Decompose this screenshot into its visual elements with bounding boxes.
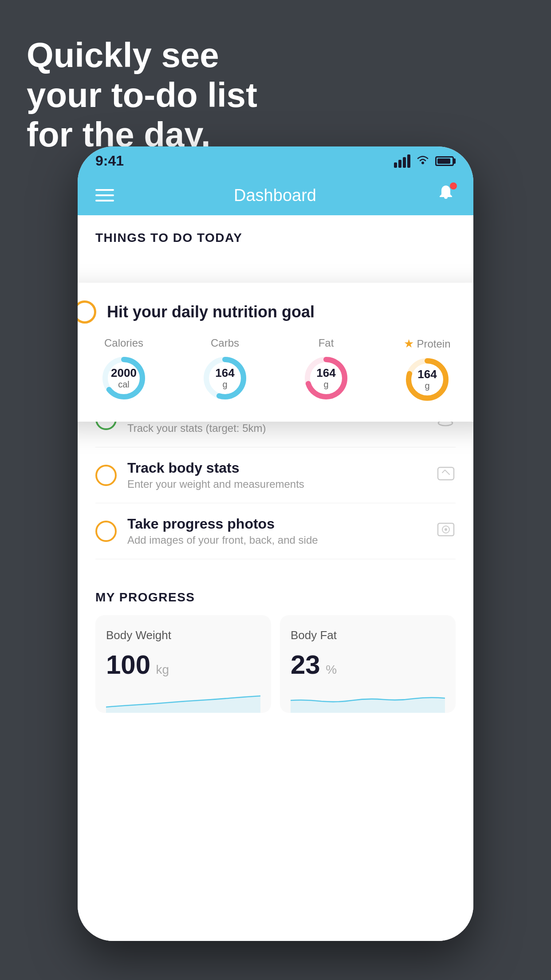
body-weight-unit: kg: [156, 663, 169, 676]
body-weight-card-title: Body Weight: [106, 628, 260, 642]
battery-icon: [435, 156, 456, 166]
headline: Quickly see your to-do list for the day.: [27, 36, 257, 155]
status-time: 9:41: [95, 153, 124, 169]
card-header: Hit your daily nutrition goal: [78, 300, 473, 324]
carbs-value: 164: [215, 367, 234, 379]
progress-photos-title: Take progress photos: [127, 516, 425, 532]
progress-title: MY PROGRESS: [95, 590, 456, 605]
notification-bell[interactable]: [436, 184, 456, 207]
svg-rect-11: [438, 467, 454, 480]
fat-value: 164: [316, 367, 335, 379]
signal-icon: [394, 154, 410, 168]
body-fat-unit: %: [326, 663, 337, 676]
body-fat-sparkline: [291, 687, 445, 713]
status-icons: [394, 154, 456, 168]
nutrition-protein: ★ Protein 164 g: [403, 337, 452, 404]
progress-photos-circle: [95, 521, 117, 542]
protein-donut: 164 g: [403, 355, 452, 404]
hamburger-menu[interactable]: [95, 189, 114, 202]
fat-label: Fat: [319, 337, 334, 349]
protein-unit: g: [417, 381, 437, 391]
wifi-icon: [416, 154, 430, 168]
body-stats-subtitle: Enter your weight and measurements: [127, 478, 425, 490]
protein-value: 164: [417, 368, 437, 381]
calories-label: Calories: [104, 337, 143, 349]
phone-content: THINGS TO DO TODAY Hit your daily nutrit…: [78, 215, 473, 941]
body-fat-card-title: Body Fat: [291, 628, 445, 642]
running-subtitle: Track your stats (target: 5km): [127, 422, 425, 435]
carbs-label: Carbs: [211, 337, 239, 349]
body-stats-circle: [95, 465, 117, 486]
headline-line2: your to-do list: [27, 75, 257, 115]
todo-progress-photos[interactable]: Take progress photos Add images of your …: [95, 503, 456, 559]
nutrition-carbs: Carbs 164 g: [201, 337, 249, 403]
progress-cards: Body Weight 100 kg Body Fat 23 %: [95, 615, 456, 713]
nutrition-check-circle[interactable]: [78, 300, 96, 324]
calories-value: 2000: [111, 367, 137, 379]
body-weight-value: 100: [106, 650, 150, 680]
nutrition-fat: Fat 164 g: [302, 337, 350, 403]
protein-label: Protein: [417, 338, 450, 350]
fat-donut: 164 g: [302, 354, 350, 403]
body-weight-card: Body Weight 100 kg: [95, 615, 271, 713]
nav-title: Dashboard: [234, 186, 316, 205]
nutrition-card: Hit your daily nutrition goal Calories: [78, 283, 473, 422]
todo-body-stats[interactable]: Track body stats Enter your weight and m…: [95, 447, 456, 503]
protein-label-row: ★ Protein: [404, 337, 450, 351]
status-bar: 9:41: [78, 146, 473, 175]
body-fat-value: 23: [291, 650, 320, 680]
body-weight-sparkline: [106, 687, 260, 713]
headline-line1: Quickly see: [27, 36, 257, 75]
carbs-donut: 164 g: [201, 354, 249, 403]
progress-photos-text: Take progress photos Add images of your …: [127, 516, 425, 546]
nutrition-calories: Calories 2000 cal: [99, 337, 148, 403]
nutrition-card-title: Hit your daily nutrition goal: [107, 303, 315, 321]
calories-unit: cal: [111, 379, 137, 390]
progress-photos-subtitle: Add images of your front, back, and side: [127, 534, 425, 546]
body-stats-title: Track body stats: [127, 460, 425, 476]
body-fat-card: Body Fat 23 %: [280, 615, 456, 713]
scale-icon: [436, 464, 456, 487]
things-to-do-header: THINGS TO DO TODAY: [78, 215, 473, 254]
svg-point-0: [421, 162, 424, 164]
body-stats-text: Track body stats Enter your weight and m…: [127, 460, 425, 490]
fat-unit: g: [316, 379, 335, 390]
svg-point-14: [445, 528, 447, 531]
progress-section: MY PROGRESS Body Weight 100 kg: [78, 573, 473, 726]
phone-frame: 9:41: [78, 146, 473, 941]
carbs-unit: g: [215, 379, 234, 390]
nutrition-row: Calories 2000 cal: [78, 337, 473, 404]
protein-star-icon: ★: [404, 337, 414, 351]
calories-donut: 2000 cal: [99, 354, 148, 403]
nav-bar: Dashboard: [78, 175, 473, 215]
notification-dot: [450, 182, 457, 190]
photo-icon: [436, 520, 456, 543]
